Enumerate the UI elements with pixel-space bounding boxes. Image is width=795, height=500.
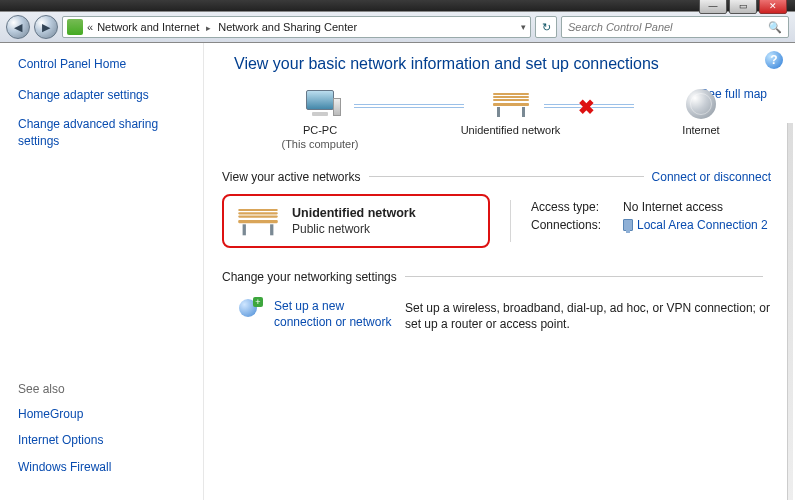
content-body: Control Panel Home Change adapter settin… [0, 43, 795, 500]
active-network-row: Unidentified network Public network Acce… [222, 194, 771, 248]
see-also-homegroup-link[interactable]: HomeGroup [18, 406, 189, 423]
titlebar: — ▭ ✕ [0, 0, 795, 11]
networking-settings-list: + Set up a new connection or network Set… [222, 298, 771, 500]
main-pane: ? View your basic network information an… [204, 43, 795, 500]
map-node-unidentified[interactable]: Unidentified network [441, 87, 581, 137]
help-icon[interactable]: ? [765, 51, 783, 69]
network-name: Unidentified network [292, 206, 416, 220]
network-map: See full map PC-PC (This computer) Unide… [222, 87, 771, 152]
bench-icon [490, 87, 532, 121]
divider [510, 200, 511, 242]
maximize-button[interactable]: ▭ [729, 0, 757, 14]
active-networks-section-header: View your active networks Connect or dis… [222, 170, 771, 184]
map-node-pc-label: PC-PC [281, 123, 358, 137]
active-network-card[interactable]: Unidentified network Public network [222, 194, 490, 248]
search-input[interactable]: Search Control Panel 🔍 [561, 16, 789, 38]
network-type: Public network [292, 222, 416, 236]
map-node-this-pc[interactable]: PC-PC (This computer) [250, 87, 390, 152]
breadcrumb-chevrons: « [87, 21, 93, 33]
refresh-button[interactable]: ↻ [535, 16, 557, 38]
change-adapter-settings-link[interactable]: Change adapter settings [18, 87, 189, 104]
map-node-unid-label: Unidentified network [461, 123, 561, 137]
access-type-label: Access type: [531, 200, 613, 214]
breadcrumb-dropdown-icon[interactable]: ▾ [521, 22, 526, 32]
see-also-internet-options-link[interactable]: Internet Options [18, 432, 189, 449]
nav-back-button[interactable]: ◀ [6, 15, 30, 39]
address-bar-row: ◀ ▶ « Network and Internet Network and S… [0, 11, 795, 43]
control-panel-icon [67, 19, 83, 35]
minimize-button[interactable]: — [699, 0, 727, 14]
see-also-heading: See also [18, 382, 189, 396]
breadcrumb-item[interactable]: Network and Internet [97, 21, 199, 33]
breadcrumb-address-box[interactable]: « Network and Internet Network and Shari… [62, 16, 531, 38]
connection-broken-icon: ✖ [578, 95, 595, 119]
see-also-section: See also HomeGroup Internet Options Wind… [18, 382, 189, 486]
computer-icon [299, 87, 341, 121]
task-description: Set up a wireless, broadband, dial-up, a… [405, 300, 771, 500]
search-placeholder: Search Control Panel [568, 21, 673, 33]
control-panel-home-link[interactable]: Control Panel Home [18, 57, 189, 71]
breadcrumb-item[interactable]: Network and Sharing Center [218, 21, 357, 33]
connections-label: Connections: [531, 218, 613, 232]
active-networks-label: View your active networks [222, 170, 361, 184]
nav-forward-button[interactable]: ▶ [34, 15, 58, 39]
page-title: View your basic network information and … [234, 55, 771, 73]
sidebar-spacer [18, 161, 189, 381]
access-type-value: No Internet access [623, 200, 723, 214]
window-controls: — ▭ ✕ [699, 0, 787, 14]
ethernet-icon [623, 219, 633, 231]
bench-icon [238, 208, 278, 234]
connection-link[interactable]: Local Area Connection 2 [623, 218, 768, 232]
map-node-internet-label: Internet [682, 123, 719, 137]
divider [369, 176, 644, 177]
close-button[interactable]: ✕ [759, 0, 787, 14]
new-connection-icon: + [238, 298, 262, 322]
map-node-pc-sublabel: (This computer) [281, 137, 358, 151]
change-settings-section-header: Change your networking settings [222, 270, 771, 284]
breadcrumb-separator-icon [203, 21, 214, 33]
map-connection-line [354, 104, 464, 108]
search-icon[interactable]: 🔍 [768, 21, 782, 34]
network-details: Access type: No Internet access Connecti… [531, 194, 768, 248]
sidebar: Control Panel Home Change adapter settin… [0, 43, 204, 500]
task-title: Set up a new connection or network [274, 298, 405, 500]
see-also-windows-firewall-link[interactable]: Windows Firewall [18, 459, 189, 476]
connect-disconnect-link[interactable]: Connect or disconnect [652, 170, 771, 184]
change-settings-label: Change your networking settings [222, 270, 397, 284]
scrollbar[interactable] [787, 123, 793, 500]
setup-new-connection-item[interactable]: + Set up a new connection or network Set… [238, 298, 771, 500]
change-advanced-sharing-link[interactable]: Change advanced sharing settings [18, 116, 189, 150]
divider [405, 276, 763, 277]
